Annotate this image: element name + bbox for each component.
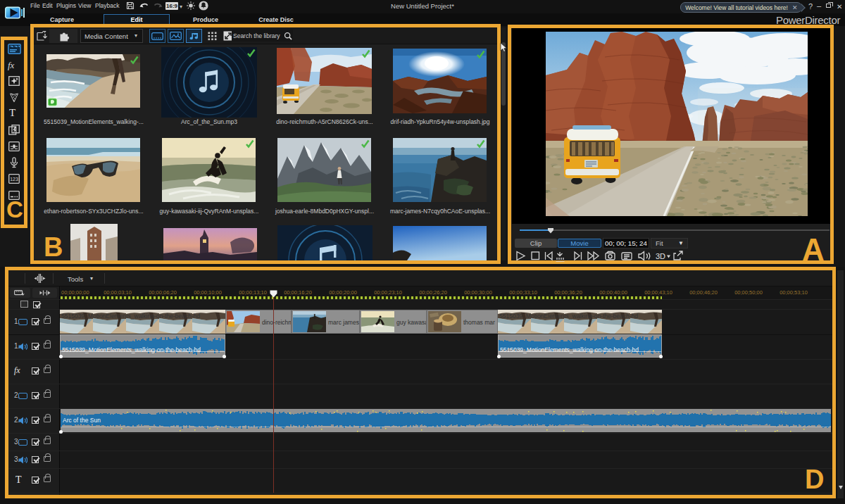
svg-text:3D: 3D (656, 252, 665, 260)
